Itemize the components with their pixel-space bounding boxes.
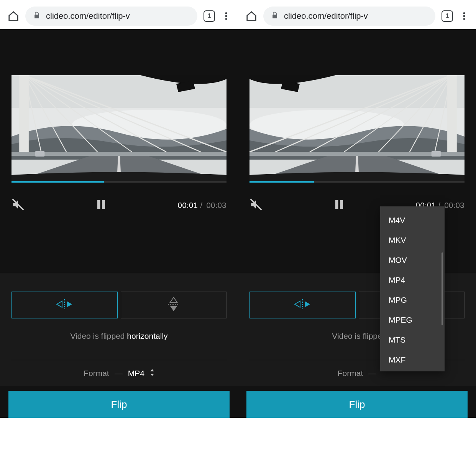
format-option[interactable]: MTS bbox=[380, 330, 445, 350]
svg-point-1 bbox=[225, 15, 227, 17]
svg-point-2 bbox=[225, 18, 227, 20]
player-controls: 00:01/00:03 bbox=[0, 183, 238, 213]
svg-point-23 bbox=[463, 15, 465, 17]
flip-horizontal-button[interactable] bbox=[11, 292, 118, 318]
flip-horizontal-icon bbox=[55, 298, 74, 312]
home-icon[interactable] bbox=[246, 10, 257, 22]
format-option[interactable]: MPG bbox=[380, 290, 445, 310]
svg-point-22 bbox=[463, 12, 465, 14]
progress-bar[interactable] bbox=[11, 181, 104, 183]
sort-icon bbox=[150, 369, 154, 378]
lock-icon bbox=[33, 12, 41, 21]
time-display: 00:01/00:03 bbox=[178, 201, 227, 210]
screenshot-right: clideo.com/editor/flip-v 1 bbox=[238, 3, 476, 418]
format-option[interactable]: MOV bbox=[380, 250, 445, 270]
pause-icon[interactable] bbox=[333, 198, 345, 213]
kebab-menu-icon[interactable] bbox=[459, 11, 469, 21]
mute-icon[interactable] bbox=[11, 198, 25, 213]
pause-icon[interactable] bbox=[95, 198, 107, 213]
url-text: clideo.com/editor/flip-v bbox=[284, 11, 368, 21]
format-option[interactable]: MPEG bbox=[380, 310, 445, 330]
format-option[interactable]: MP4 bbox=[380, 270, 445, 290]
video-preview[interactable] bbox=[11, 75, 227, 183]
video-preview[interactable] bbox=[249, 75, 465, 183]
svg-point-24 bbox=[463, 18, 465, 20]
format-option[interactable]: MKV bbox=[380, 230, 445, 250]
browser-bar: clideo.com/editor/flip-v 1 bbox=[0, 3, 238, 29]
tabs-icon[interactable]: 1 bbox=[204, 10, 215, 22]
lock-icon bbox=[271, 12, 279, 21]
url-bar[interactable]: clideo.com/editor/flip-v bbox=[25, 7, 197, 26]
flip-options: Video is flipped horizontally Format — M… bbox=[0, 273, 238, 386]
mute-icon[interactable] bbox=[249, 198, 263, 213]
tabs-icon[interactable]: 1 bbox=[442, 10, 453, 22]
format-label: Format bbox=[338, 369, 363, 378]
flip-status: Video is flipped horizontally bbox=[11, 331, 227, 341]
flip-vertical-icon bbox=[167, 297, 180, 313]
flip-horizontal-icon bbox=[293, 298, 312, 312]
flip-button[interactable]: Flip bbox=[246, 391, 468, 418]
format-option[interactable]: M4V bbox=[380, 210, 445, 230]
kebab-menu-icon[interactable] bbox=[221, 11, 231, 21]
app-canvas: 00:01/00:03 bbox=[0, 29, 238, 418]
format-label: Format bbox=[84, 369, 109, 378]
url-bar[interactable]: clideo.com/editor/flip-v bbox=[263, 7, 435, 26]
url-text: clideo.com/editor/flip-v bbox=[46, 11, 130, 21]
format-dropdown[interactable]: M4V MKV MOV MP4 MPG MPEG MTS MXF bbox=[380, 206, 445, 371]
flip-button[interactable]: Flip bbox=[8, 391, 230, 418]
svg-point-0 bbox=[225, 12, 227, 14]
flip-horizontal-button[interactable] bbox=[249, 292, 356, 318]
format-value: MP4 bbox=[128, 369, 144, 378]
svg-rect-37 bbox=[432, 151, 441, 157]
progress-bar[interactable] bbox=[249, 181, 314, 183]
svg-rect-15 bbox=[35, 151, 45, 157]
dropdown-scrollbar[interactable] bbox=[442, 252, 443, 325]
format-option[interactable]: MXF bbox=[380, 350, 445, 370]
screenshot-left: clideo.com/editor/flip-v 1 bbox=[0, 3, 238, 418]
browser-bar: clideo.com/editor/flip-v 1 bbox=[238, 3, 476, 29]
app-canvas: 00:01/00:03 bbox=[238, 29, 476, 418]
svg-rect-19 bbox=[102, 200, 105, 209]
format-selector[interactable]: Format — MP4 bbox=[11, 360, 227, 386]
svg-rect-40 bbox=[335, 200, 338, 209]
home-icon[interactable] bbox=[8, 10, 19, 22]
svg-rect-18 bbox=[97, 200, 100, 209]
svg-rect-41 bbox=[340, 200, 343, 209]
flip-vertical-button[interactable] bbox=[121, 292, 227, 318]
